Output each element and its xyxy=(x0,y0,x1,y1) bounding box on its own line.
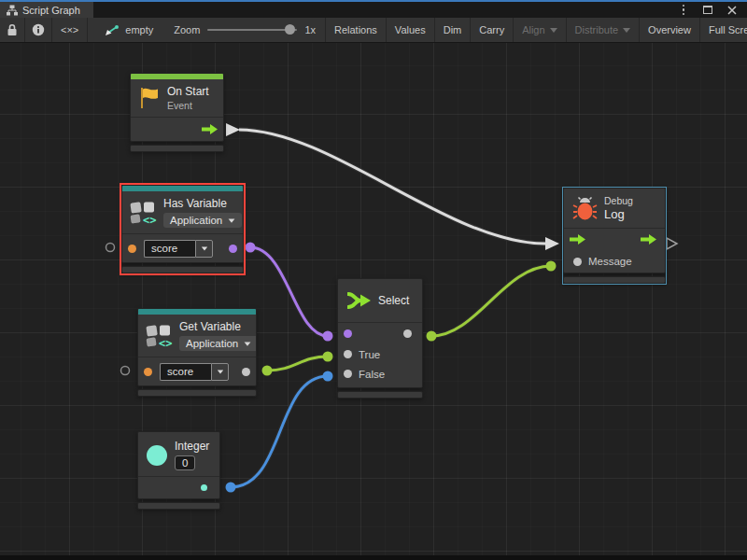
integer-value-field[interactable]: 0 xyxy=(175,455,195,470)
overview-button[interactable]: Overview xyxy=(640,18,700,42)
variable-name-dropdown[interactable]: score xyxy=(160,363,229,381)
graph-icon xyxy=(7,5,18,16)
svg-text:<>: <> xyxy=(159,337,172,348)
chevron-down-icon[interactable] xyxy=(211,363,229,381)
variable-name-dropdown[interactable]: score xyxy=(144,240,213,258)
flow-input-port[interactable] xyxy=(570,234,585,245)
node-footer xyxy=(130,145,224,152)
variable-scope-label: Application xyxy=(170,215,222,226)
wire-getvariable-to-select-true[interactable] xyxy=(267,357,328,371)
toolbar-right-buttons: Relations Values Dim Carry Align Distrib… xyxy=(325,18,747,42)
info-icon xyxy=(32,23,45,36)
tab-script-graph[interactable]: Script Graph xyxy=(0,2,93,18)
zoom-control: Zoom 1x xyxy=(164,18,325,42)
zoom-slider[interactable] xyxy=(207,29,297,31)
node-get-variable[interactable]: <> Get Variable Application score xyxy=(137,308,257,397)
node-title: Get Variable xyxy=(179,320,257,333)
graph-pointer-icon xyxy=(105,24,120,36)
selection-output-port[interactable] xyxy=(403,329,412,338)
values-button[interactable]: Values xyxy=(387,18,435,42)
node-on-start[interactable]: On Start Event xyxy=(130,73,224,152)
maximize-icon[interactable] xyxy=(702,5,713,16)
node-footer xyxy=(563,276,666,284)
variable-name-value: score xyxy=(144,240,195,258)
flow-output-port[interactable] xyxy=(202,124,218,134)
node-footer xyxy=(121,266,244,273)
wire-hasvariable-to-select[interactable] xyxy=(250,247,328,336)
relations-button[interactable]: Relations xyxy=(325,18,387,42)
node-header: <> Get Variable Application xyxy=(138,315,256,357)
variable-name-value: score xyxy=(160,363,211,381)
graph-toolbar: <×> empty Zoom 1x Relations Values Dim C… xyxy=(0,18,747,43)
node-title: Log xyxy=(604,207,633,221)
info-button[interactable] xyxy=(25,18,52,42)
node-subtitle: Event xyxy=(167,100,209,111)
code-glyph: <×> xyxy=(61,24,78,35)
dim-button[interactable]: Dim xyxy=(435,18,472,42)
bug-icon xyxy=(572,196,598,221)
chevron-down-icon[interactable] xyxy=(195,240,213,258)
true-port-label: True xyxy=(359,349,380,360)
node-header: On Start Event xyxy=(131,79,223,117)
align-button[interactable]: Align xyxy=(514,18,566,42)
zoom-label: Zoom xyxy=(174,24,200,35)
zoom-slider-thumb[interactable] xyxy=(285,24,295,35)
lock-button[interactable] xyxy=(0,18,25,42)
node-header: Integer 0 xyxy=(138,432,219,476)
node-title: On Start xyxy=(167,85,209,98)
chevron-down-icon xyxy=(229,218,235,222)
lock-icon xyxy=(7,23,18,36)
graph-pointer[interactable]: empty xyxy=(88,18,164,42)
full-screen-button[interactable]: Full Screen xyxy=(700,18,747,42)
condition-input-port[interactable] xyxy=(344,329,352,338)
zoom-value: 1x xyxy=(304,24,316,35)
message-port-label: Message xyxy=(588,256,632,267)
chevron-down-icon xyxy=(623,28,630,33)
node-debug-log[interactable]: Debug Log Message xyxy=(563,188,666,284)
flow-output-port[interactable] xyxy=(641,234,656,245)
message-input-port[interactable] xyxy=(573,258,582,266)
bottom-edge xyxy=(0,555,747,560)
wire-start-arrow xyxy=(226,123,240,136)
result-output-port[interactable] xyxy=(229,245,237,253)
node-integer[interactable]: Integer 0 xyxy=(137,431,220,510)
close-icon[interactable] xyxy=(726,5,738,16)
true-input-port[interactable] xyxy=(344,350,352,358)
wire-select-to-debug-message[interactable] xyxy=(431,266,551,336)
chevron-down-icon xyxy=(245,342,251,345)
value-output-port[interactable] xyxy=(242,368,250,376)
carry-button[interactable]: Carry xyxy=(471,18,514,42)
variable-scope-dropdown[interactable]: Application xyxy=(179,336,257,351)
wire-onstart-to-debug[interactable] xyxy=(239,130,545,244)
unconnected-flow-triangle[interactable] xyxy=(667,238,677,249)
unconnected-port-circle[interactable] xyxy=(106,244,115,252)
tab-bar: Script Graph xyxy=(0,2,747,18)
graph-canvas[interactable]: On Start Event xyxy=(0,43,747,560)
wire-end-arrow xyxy=(545,237,559,250)
variables-icon: <> xyxy=(146,323,173,348)
variable-scope-label: Application xyxy=(186,338,238,349)
menu-icon[interactable] xyxy=(678,5,689,16)
select-icon xyxy=(347,290,372,311)
node-header: <> Has Variable Application xyxy=(122,191,243,233)
variable-name-input-port[interactable] xyxy=(144,368,152,376)
node-footer xyxy=(337,391,423,399)
node-title: Select xyxy=(378,294,409,307)
node-has-variable[interactable]: <> Has Variable Application score xyxy=(121,185,244,273)
unconnected-port-circle[interactable] xyxy=(121,367,130,375)
integer-output-port[interactable] xyxy=(201,484,207,491)
node-select[interactable]: Select True False xyxy=(337,278,423,399)
false-port-label: False xyxy=(359,369,385,380)
node-title-small: Debug xyxy=(604,195,633,206)
variable-scope-dropdown[interactable]: Application xyxy=(163,213,242,228)
node-header: Select xyxy=(338,279,422,322)
flag-icon xyxy=(138,86,161,110)
svg-text:<>: <> xyxy=(143,214,156,225)
distribute-button[interactable]: Distribute xyxy=(567,18,640,42)
variable-name-input-port[interactable] xyxy=(128,245,136,253)
node-title: Integer xyxy=(175,440,209,453)
graph-pointer-label: empty xyxy=(125,24,153,35)
tab-label: Script Graph xyxy=(22,5,80,16)
false-input-port[interactable] xyxy=(344,370,352,378)
code-toggle-button[interactable]: <×> xyxy=(52,18,88,42)
